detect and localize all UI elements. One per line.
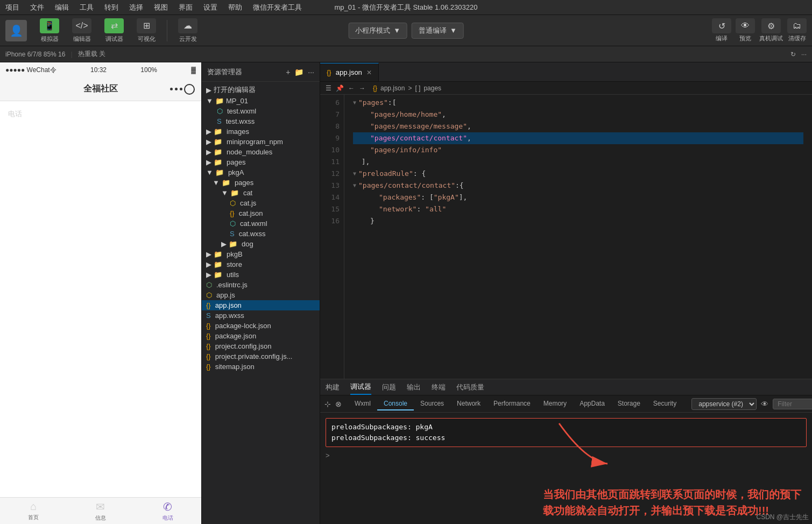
- debugger-btn[interactable]: ⇄ 调试器: [100, 16, 128, 45]
- breadcrumb-list-icon[interactable]: ☰: [326, 84, 331, 92]
- phone-tab-phone[interactable]: ✆ 电话: [163, 500, 173, 522]
- bottom-tab-output[interactable]: 输出: [407, 380, 421, 394]
- preview-btn[interactable]: 👁 预览: [736, 18, 755, 43]
- devtools-tab-wxml[interactable]: Wxml: [348, 398, 377, 410]
- tree-section-open-editors[interactable]: ▶ 打开的编辑器: [202, 84, 320, 96]
- tree-item-utils[interactable]: ▶ 📁 utils: [202, 270, 320, 280]
- editor-tab-app-json[interactable]: {} app.json ✕: [320, 63, 379, 81]
- tree-item-package-lock[interactable]: {} package-lock.json: [202, 321, 320, 331]
- tree-item-pages[interactable]: ▶ 📁 pages: [202, 157, 320, 167]
- tree-item-cat[interactable]: ▼ 📁 cat: [202, 188, 320, 198]
- menu-item-tools[interactable]: 工具: [80, 3, 94, 12]
- refresh-icon[interactable]: ↻: [790, 51, 796, 58]
- cloud-btn[interactable]: ☁ 云开发: [174, 16, 202, 45]
- menu-item-goto[interactable]: 转到: [104, 3, 118, 12]
- tree-item-package-json[interactable]: {} package.json: [202, 331, 320, 341]
- devtools-tab-security[interactable]: Security: [647, 398, 683, 410]
- tree-item-eslintrc[interactable]: ⬡ .eslintrc.js: [202, 280, 320, 290]
- code-line-16: }: [353, 215, 803, 227]
- menu-item-file[interactable]: 文件: [30, 3, 44, 12]
- menu-item-help[interactable]: 帮助: [228, 3, 242, 12]
- collapse-icon-6[interactable]: ▼: [353, 97, 356, 109]
- tree-item-miniprogram-npm[interactable]: ▶ 📁 miniprogram_npm: [202, 137, 320, 147]
- tree-item-project-private[interactable]: {} project.private.config.js...: [202, 351, 320, 362]
- code-area[interactable]: ▼ "pages":[ "pages/home/home", "pages/me…: [344, 95, 812, 379]
- tree-item-store[interactable]: ▶ 📁 store: [202, 259, 320, 270]
- tree-item-cat-wxss[interactable]: S cat.wxss: [202, 229, 320, 239]
- chevron-right-icon5: ▶: [206, 158, 211, 166]
- tree-item-node-modules[interactable]: ▶ 📁 node_modules: [202, 147, 320, 157]
- bottom-tab-debugger[interactable]: 调试器: [350, 380, 371, 395]
- compile-btn[interactable]: ↺ 编译: [712, 18, 731, 43]
- devtools-tab-storage[interactable]: Storage: [611, 398, 647, 410]
- bottom-tab-terminal[interactable]: 终端: [432, 380, 446, 394]
- tree-item-dog[interactable]: ▶ 📁 dog: [202, 239, 320, 249]
- clear-cache-btn[interactable]: 🗂 清缓存: [787, 18, 807, 43]
- devtools-tab-appdata[interactable]: AppData: [573, 398, 611, 410]
- collapse-icon-13[interactable]: ▼: [353, 180, 356, 192]
- tree-item-pkga-pages[interactable]: ▼ 📁 pages: [202, 178, 320, 188]
- phone-nav-bar: 全福社区: [0, 77, 201, 101]
- user-avatar[interactable]: 👤: [5, 20, 27, 41]
- breadcrumb-pin-icon[interactable]: 📌: [336, 84, 344, 92]
- devtools-tab-memory[interactable]: Memory: [537, 398, 573, 410]
- bottom-tab-problems[interactable]: 问题: [382, 380, 396, 394]
- menu-item-wechat[interactable]: 微信开发者工具: [253, 3, 302, 12]
- tree-item-cat-json[interactable]: {} cat.json: [202, 208, 320, 218]
- cursor-icon[interactable]: ⊹: [324, 398, 331, 410]
- tree-item-project-config[interactable]: {} project.config.json: [202, 341, 320, 351]
- menu-item-select[interactable]: 选择: [129, 3, 143, 12]
- menu-item-interface[interactable]: 界面: [179, 3, 193, 12]
- tree-item-cat-wxml[interactable]: ⬡ cat.wxml: [202, 218, 320, 229]
- tree-item-sitemap[interactable]: {} sitemap.json: [202, 362, 320, 372]
- tree-section-mp01[interactable]: ▼ 📁 MP_01: [202, 96, 320, 106]
- phone-tab-home[interactable]: ⌂ 首页: [28, 500, 39, 521]
- chevron-down-icon2: ▼: [450, 26, 457, 34]
- toolbar-right: ↺ 编译 👁 预览 ⚙ 真机调试 🗂 清缓存: [712, 18, 807, 43]
- wxss-icon2: S: [230, 230, 235, 238]
- more-options-icon[interactable]: ···: [308, 68, 314, 76]
- devtools-tab-performance[interactable]: Performance: [487, 398, 537, 410]
- hot-reload-toggle[interactable]: 热重载 关: [78, 49, 105, 59]
- collapse-icon-12[interactable]: ▼: [353, 168, 356, 180]
- appservice-selector[interactable]: appservice (#2): [691, 398, 757, 410]
- devtools-tab-network[interactable]: Network: [450, 398, 487, 410]
- tree-item-test-wxss[interactable]: S test.wxss: [202, 116, 320, 126]
- devtools-tab-sources[interactable]: Sources: [414, 398, 450, 410]
- menu-item-edit[interactable]: 编辑: [55, 3, 69, 12]
- device-selector[interactable]: iPhone 6/7/8 85% 16: [5, 51, 65, 58]
- breadcrumb-back-icon[interactable]: ←: [348, 84, 355, 92]
- tree-item-pkgb[interactable]: ▶ 📁 pkgB: [202, 249, 320, 259]
- phone-tab-message[interactable]: ✉ 信息: [95, 500, 106, 522]
- menu-item-view[interactable]: 视图: [154, 3, 168, 12]
- tree-item-pkga[interactable]: ▼ 📁 pkgA: [202, 167, 320, 178]
- tree-item-cat-js[interactable]: ⬡ cat.js: [202, 198, 320, 208]
- tree-item-app-js[interactable]: ⬡ app.js: [202, 290, 320, 300]
- phone-nav-controls: [170, 84, 195, 95]
- bottom-tab-quality[interactable]: 代码质量: [456, 380, 484, 394]
- bottom-tab-build[interactable]: 构建: [326, 380, 340, 394]
- editor-btn[interactable]: </> 编辑器: [68, 16, 96, 45]
- filter-input[interactable]: [773, 399, 812, 409]
- mode-dropdown[interactable]: 小程序模式 ▼: [348, 23, 407, 39]
- new-file-icon[interactable]: +: [286, 68, 290, 76]
- breadcrumb-forward-icon[interactable]: →: [359, 84, 365, 92]
- compile-mode-dropdown[interactable]: 普通编译 ▼: [412, 23, 464, 39]
- breadcrumb-section: [ ]: [415, 84, 420, 92]
- new-folder-icon[interactable]: 📁: [294, 68, 303, 76]
- eye-icon[interactable]: 👁: [761, 398, 768, 410]
- tree-item-test-wxml[interactable]: ⬡ test.wxml: [202, 106, 320, 116]
- more-icon[interactable]: ···: [801, 51, 807, 58]
- json-icon1: {}: [230, 209, 235, 217]
- tree-item-app-wxss[interactable]: S app.wxss: [202, 310, 320, 321]
- visualize-btn[interactable]: ⊞ 可视化: [132, 16, 160, 45]
- devtools-tab-console[interactable]: Console: [377, 398, 414, 410]
- tree-item-app-json[interactable]: {} app.json: [202, 300, 320, 310]
- menu-item-settings[interactable]: 设置: [203, 3, 217, 12]
- real-debug-btn[interactable]: ⚙ 真机调试: [759, 18, 783, 43]
- menu-item-project[interactable]: 项目: [5, 3, 19, 12]
- block-icon[interactable]: ⊗: [335, 398, 342, 410]
- tree-item-images[interactable]: ▶ 📁 images: [202, 126, 320, 137]
- simulator-btn[interactable]: 📱 模拟器: [36, 16, 63, 45]
- tab-close-icon[interactable]: ✕: [366, 69, 372, 76]
